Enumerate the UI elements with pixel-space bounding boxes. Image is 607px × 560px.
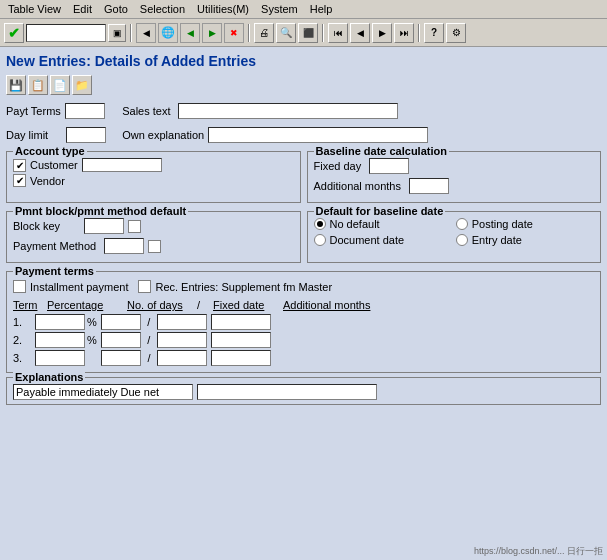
- payment-method-label: Payment Method: [13, 240, 96, 252]
- find-btn[interactable]: 🔍: [276, 23, 296, 43]
- explanations-title: Explanations: [13, 371, 85, 383]
- col-additional-months-header: Additional months: [283, 299, 373, 311]
- menu-selection[interactable]: Selection: [134, 1, 191, 17]
- payment-terms-group: Payment terms Installment payment Rec. E…: [6, 271, 601, 373]
- col-no-of-days-header: No. of days: [127, 299, 197, 311]
- command-input[interactable]: [26, 24, 106, 42]
- nav-first-btn[interactable]: ⏮: [328, 23, 348, 43]
- menu-utilities[interactable]: Utilities(M): [191, 1, 255, 17]
- pt-row-2-fixed-input[interactable]: [157, 332, 207, 348]
- payment-method-row: Payment Method: [13, 238, 294, 254]
- print-btn[interactable]: 🖨: [254, 23, 274, 43]
- nav-forward-btn[interactable]: ▶: [202, 23, 222, 43]
- vendor-checkbox[interactable]: ✔: [13, 174, 26, 187]
- payt-terms-label: Payt Terms: [6, 105, 61, 117]
- installment-label: Installment payment: [30, 281, 128, 293]
- payt-terms-input[interactable]: [65, 103, 105, 119]
- groups-row-2: Pmnt block/pmnt method default Block key…: [6, 211, 601, 267]
- find-next-btn[interactable]: ⬛: [298, 23, 318, 43]
- pt-row-3-fixed-input[interactable]: [157, 350, 207, 366]
- nav-globe-btn[interactable]: 🌐: [158, 23, 178, 43]
- additional-months-input[interactable]: [409, 178, 449, 194]
- own-explanation-row: Own explanation: [122, 127, 428, 143]
- entry-date-label: Entry date: [472, 234, 522, 246]
- customer-text-input[interactable]: [82, 158, 162, 172]
- account-type-content: ✔ Customer ✔ Vendor: [13, 158, 294, 187]
- menu-system[interactable]: System: [255, 1, 304, 17]
- settings-btn[interactable]: ⚙: [446, 23, 466, 43]
- explanations-content: [13, 384, 594, 400]
- entry-date-row: Entry date: [456, 234, 594, 246]
- day-limit-label: Day limit: [6, 129, 48, 141]
- menu-help[interactable]: Help: [304, 1, 339, 17]
- customer-checkbox[interactable]: ✔: [13, 159, 26, 172]
- baseline-date-title: Baseline date calculation: [314, 145, 449, 157]
- sales-text-row: Sales text: [122, 103, 428, 119]
- copy-icon-btn[interactable]: 📋: [28, 75, 48, 95]
- account-type-group: Account type ✔ Customer ✔ Vendor: [6, 151, 301, 203]
- pt-row-1-days-input[interactable]: [101, 314, 141, 330]
- fixed-day-row: Fixed day: [314, 158, 595, 174]
- pt-row-2-slash: /: [141, 334, 157, 346]
- accept-btn[interactable]: ▣: [108, 24, 126, 42]
- pmnt-block-group: Pmnt block/pmnt method default Block key…: [6, 211, 301, 263]
- payment-method-input[interactable]: [104, 238, 144, 254]
- fixed-day-label: Fixed day: [314, 160, 362, 172]
- watermark: https://blog.csdn.net/... 日行一拒: [474, 545, 603, 558]
- menu-table-view[interactable]: Table View: [2, 1, 67, 17]
- posting-date-row: Posting date: [456, 218, 594, 230]
- block-key-checkbox[interactable]: [128, 220, 141, 233]
- fixed-day-input[interactable]: [369, 158, 409, 174]
- pt-row-2: 2. % /: [13, 332, 594, 348]
- day-limit-input[interactable]: [66, 127, 106, 143]
- no-default-radio[interactable]: [314, 218, 326, 230]
- col-fixed-date-header: Fixed date: [213, 299, 283, 311]
- payment-method-checkbox[interactable]: [148, 240, 161, 253]
- explanations-input-2[interactable]: [197, 384, 377, 400]
- own-explanation-input[interactable]: [208, 127, 428, 143]
- nav-stop-btn[interactable]: ✖: [224, 23, 244, 43]
- rec-entries-checkbox[interactable]: [138, 280, 151, 293]
- sales-text-input[interactable]: [178, 103, 398, 119]
- document-date-radio[interactable]: [314, 234, 326, 246]
- pt-row-1-fixed-input[interactable]: [157, 314, 207, 330]
- day-limit-row: Day limit: [6, 127, 106, 143]
- page-title: New Entries: Details of Added Entries: [6, 53, 601, 69]
- separator-1: [130, 24, 132, 42]
- nav-next-record-btn[interactable]: ▶: [372, 23, 392, 43]
- pt-row-3-addl-input[interactable]: [211, 350, 271, 366]
- nav-prev-record-btn[interactable]: ◀: [350, 23, 370, 43]
- separator-2: [248, 24, 250, 42]
- menu-edit[interactable]: Edit: [67, 1, 98, 17]
- pt-row-1-addl-input[interactable]: [211, 314, 271, 330]
- pt-row-1-slash: /: [141, 316, 157, 328]
- prev-page-btn[interactable]: ◀: [136, 23, 156, 43]
- payment-terms-title: Payment terms: [13, 265, 96, 277]
- col-percentage-header: Percentage: [47, 299, 127, 311]
- pt-row-2-days-input[interactable]: [101, 332, 141, 348]
- pt-row-2-addl-input[interactable]: [211, 332, 271, 348]
- block-key-input[interactable]: [84, 218, 124, 234]
- check-icon: ✔: [8, 25, 20, 41]
- folder-icon-btn[interactable]: 📁: [72, 75, 92, 95]
- nav-last-btn[interactable]: ⏭: [394, 23, 414, 43]
- installment-checkbox[interactable]: [13, 280, 26, 293]
- pt-row-3-days-input[interactable]: [101, 350, 141, 366]
- additional-months-row: Additional months: [314, 178, 595, 194]
- check-button[interactable]: ✔: [4, 23, 24, 43]
- doc-icon-btn[interactable]: 📄: [50, 75, 70, 95]
- save-icon-btn[interactable]: 💾: [6, 75, 26, 95]
- separator-3: [322, 24, 324, 42]
- help-btn[interactable]: ?: [424, 23, 444, 43]
- pt-row-1-num: 1.: [13, 316, 35, 328]
- pt-row-3-pct-input[interactable]: [35, 350, 85, 366]
- pt-row-3-num: 3.: [13, 352, 35, 364]
- menu-goto[interactable]: Goto: [98, 1, 134, 17]
- explanations-input[interactable]: [13, 384, 193, 400]
- entry-date-radio[interactable]: [456, 234, 468, 246]
- pt-row-1-pct-input[interactable]: [35, 314, 85, 330]
- pt-row-2-pct-input[interactable]: [35, 332, 85, 348]
- nav-back-btn[interactable]: ◀: [180, 23, 200, 43]
- block-key-row: Block key: [13, 218, 294, 234]
- posting-date-radio[interactable]: [456, 218, 468, 230]
